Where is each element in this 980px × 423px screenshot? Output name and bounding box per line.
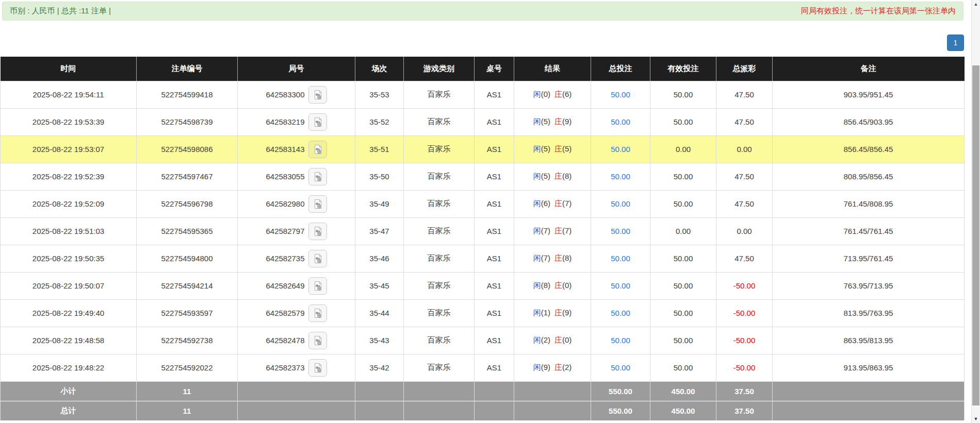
valid-bet-cell: 50.00 (650, 108, 716, 136)
summary-count: 11 (137, 401, 238, 420)
result-cell: 闲(5)庄(5) (514, 136, 591, 163)
remark-cell: 713.95/761.45 (773, 245, 965, 272)
currency-total-text: 币别 : 人民币 | 总共 :11 注单 | (10, 6, 111, 16)
result-player-score: (9) (541, 363, 550, 371)
round-cell: 642582649 (238, 272, 355, 299)
valid-bet-cell: 50.00 (650, 272, 716, 299)
round-cell: 642582980 (238, 190, 355, 217)
video-replay-button[interactable] (308, 304, 327, 322)
column-header: 结果 (514, 57, 591, 81)
video-record-icon (313, 363, 323, 373)
video-replay-button[interactable] (308, 141, 327, 158)
video-replay-button[interactable] (308, 332, 327, 349)
payout-cell: 47.50 (716, 163, 773, 190)
total-bet-link[interactable]: 50.00 (611, 172, 630, 181)
game-type-cell: 百家乐 (404, 354, 475, 381)
total-bet-link[interactable]: 50.00 (611, 309, 630, 317)
game-type-cell: 百家乐 (404, 81, 475, 108)
valid-bet-cell: 50.00 (650, 245, 716, 272)
result-player-score: (2) (541, 335, 550, 344)
video-record-icon (313, 90, 323, 100)
total-bet-cell: 50.00 (591, 136, 650, 163)
bet-id-cell: 522754597467 (137, 163, 238, 190)
result-banker-label: 庄 (554, 144, 562, 153)
table-no-cell: AS1 (475, 299, 514, 327)
result-player-score: (7) (541, 226, 550, 235)
bet-id-cell: 522754595365 (137, 217, 238, 245)
bet-id-cell: 522754593597 (137, 299, 238, 327)
round-id: 642582579 (266, 309, 304, 317)
video-replay-button[interactable] (308, 359, 327, 377)
total-bet-link[interactable]: 50.00 (611, 199, 630, 208)
video-record-icon (313, 335, 323, 346)
video-replay-button[interactable] (308, 168, 327, 185)
total-bet-link[interactable]: 50.00 (611, 281, 630, 290)
result-banker-score: (0) (562, 335, 571, 344)
result-banker-score: (7) (562, 199, 571, 208)
total-bet-link[interactable]: 50.00 (611, 90, 630, 99)
video-replay-button[interactable] (308, 223, 327, 240)
payout-cell: 47.50 (716, 245, 773, 272)
session-cell: 35-43 (355, 327, 404, 354)
scroll-up-icon[interactable]: ▲ (972, 2, 980, 7)
game-type-cell: 百家乐 (404, 327, 475, 354)
table-row: 2025-08-22 19:51:03 522754595365 6425827… (1, 217, 965, 245)
summary-payout: 37.50 (716, 401, 773, 420)
total-bet-link[interactable]: 50.00 (611, 336, 630, 345)
time-cell: 2025-08-22 19:50:35 (1, 245, 137, 272)
video-replay-button[interactable] (308, 277, 327, 295)
remark-cell: 913.95/863.95 (773, 354, 965, 381)
currency-summary-bar: 币别 : 人民币 | 总共 :11 注单 | 同局有效投注，统一计算在该局第一张… (2, 2, 963, 21)
summary-label: 小计 (1, 381, 137, 401)
video-record-icon (313, 226, 323, 236)
total-bet-cell: 50.00 (591, 163, 650, 190)
video-replay-button[interactable] (308, 86, 327, 104)
total-bet-link[interactable]: 50.00 (611, 227, 630, 235)
column-header: 场次 (355, 57, 404, 81)
page-1-button[interactable]: 1 (947, 35, 964, 51)
round-cell: 642583055 (238, 163, 355, 190)
remark-cell: 813.95/763.95 (773, 299, 965, 327)
result-banker-score: (8) (562, 253, 571, 262)
total-bet-link[interactable]: 50.00 (611, 145, 630, 154)
scroll-down-icon[interactable]: ▼ (972, 416, 980, 421)
round-id: 642583300 (266, 90, 304, 99)
result-banker-label: 庄 (554, 335, 562, 344)
column-header: 局号 (238, 57, 355, 81)
result-player-label: 闲 (533, 335, 541, 344)
result-player-label: 闲 (533, 253, 541, 262)
remark-cell: 856.45/903.95 (773, 108, 965, 136)
round-cell: 642582797 (238, 217, 355, 245)
payout-cell: 47.50 (716, 81, 773, 108)
result-player-score: (5) (541, 117, 550, 126)
round-id: 642582735 (266, 254, 304, 263)
total-bet-link[interactable]: 50.00 (611, 363, 630, 372)
bet-id-cell: 522754594800 (137, 245, 238, 272)
summary-valid-bet: 450.00 (650, 401, 716, 420)
result-cell: 闲(5)庄(8) (514, 163, 591, 190)
bet-id-cell: 522754598739 (137, 108, 238, 136)
session-cell: 35-45 (355, 272, 404, 299)
video-replay-button[interactable] (308, 250, 327, 267)
total-bet-link[interactable]: 50.00 (611, 117, 630, 126)
game-type-cell: 百家乐 (404, 190, 475, 217)
result-cell: 闲(0)庄(6) (514, 81, 591, 108)
vertical-scrollbar[interactable]: ▲ ▼ (971, 0, 980, 423)
video-replay-button[interactable] (308, 113, 327, 131)
session-cell: 35-44 (355, 299, 404, 327)
payout-cell: -50.00 (716, 272, 773, 299)
time-cell: 2025-08-22 19:49:40 (1, 299, 137, 327)
video-replay-button[interactable] (308, 195, 327, 213)
table-row: 2025-08-22 19:52:39 522754597467 6425830… (1, 163, 965, 190)
result-player-label: 闲 (533, 226, 541, 235)
valid-bet-cell: 50.00 (650, 190, 716, 217)
result-player-score: (1) (541, 308, 550, 317)
result-banker-score: (0) (562, 281, 571, 290)
summary-row: 总计 11 550.00 450.00 37.50 (1, 401, 965, 420)
total-bet-cell: 50.00 (591, 327, 650, 354)
total-bet-link[interactable]: 50.00 (611, 254, 630, 263)
round-id: 642582649 (266, 281, 304, 290)
time-cell: 2025-08-22 19:50:07 (1, 272, 137, 299)
column-header: 游戏类别 (404, 57, 475, 81)
scrollbar-thumb[interactable] (972, 65, 979, 405)
